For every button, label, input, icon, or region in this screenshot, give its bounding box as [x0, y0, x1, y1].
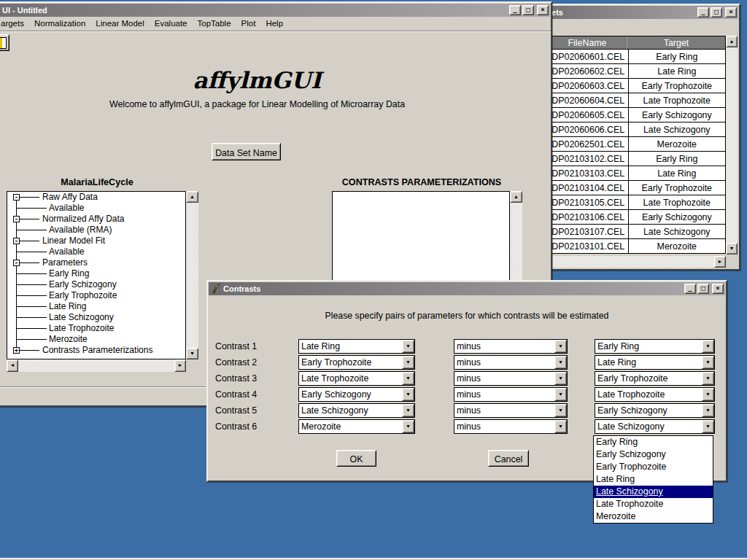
dropdown-arrow-icon[interactable]: ▼ [402, 372, 414, 385]
menu-item[interactable]: Evaluate [150, 18, 193, 30]
menu-item[interactable]: Linear Model [90, 18, 149, 30]
minimize-icon[interactable]: _ [684, 284, 696, 294]
tree-item[interactable]: Raw Affy Data [7, 192, 185, 203]
dropdown-option[interactable]: Late Ring [594, 473, 713, 486]
operator-dropdown[interactable]: minus ▼ [454, 387, 568, 402]
tree-item[interactable]: Early Ring [7, 268, 185, 279]
operator-dropdown[interactable]: minus ▼ [454, 339, 568, 354]
parameter2-dropdown[interactable]: Early Ring ▼ [595, 339, 715, 354]
table-row[interactable]: DP02103105.CEL Late Trophozoite [548, 195, 726, 210]
scrollbar-track[interactable] [538, 256, 714, 268]
parameter2-dropdown[interactable]: Early Schizogony ▼ [595, 403, 715, 418]
table-row[interactable]: DP02060601.CEL Early Ring [548, 50, 726, 64]
close-icon[interactable]: × [725, 7, 737, 18]
toolbar-open-button[interactable] [0, 34, 9, 51]
tree-item[interactable]: Merozoite [7, 334, 185, 345]
scrollbar-track[interactable] [726, 47, 738, 243]
scroll-down-icon[interactable]: ▼ [726, 243, 738, 254]
dropdown-arrow-icon[interactable]: ▼ [554, 356, 567, 369]
menu-item[interactable]: TopTable [193, 18, 236, 30]
dropdown-arrow-icon[interactable]: ▼ [702, 404, 714, 417]
dropdown-arrow-icon[interactable]: ▼ [554, 372, 567, 385]
table-row[interactable]: DP02060605.CEL Early Schizogony [548, 108, 726, 122]
main-titlebar[interactable]: UI - Untitled _ □ × [0, 4, 550, 17]
dropdown-arrow-icon[interactable]: ▼ [402, 356, 414, 369]
tree-item[interactable]: Available [7, 203, 185, 214]
tree-item[interactable]: Late Ring [7, 301, 185, 312]
dropdown-arrow-icon[interactable]: ▼ [554, 404, 567, 417]
table-row[interactable]: DP02103102.CEL Early Ring [548, 152, 726, 166]
operator-dropdown[interactable]: minus ▼ [454, 355, 568, 370]
parameter2-dropdown[interactable]: Late Trophozoite ▼ [595, 387, 715, 402]
maximize-icon[interactable]: □ [697, 284, 709, 294]
tree-horizontal-scrollbar[interactable]: ◄ ► [7, 359, 186, 372]
minimize-icon[interactable]: _ [697, 7, 709, 18]
cancel-button[interactable]: Cancel [488, 450, 529, 467]
data-set-name-button[interactable]: Data Set Name [212, 143, 281, 160]
menu-item[interactable]: argets [0, 18, 29, 30]
menu-item[interactable]: Help [260, 18, 288, 30]
dropdown-option[interactable]: Early Ring [594, 436, 713, 448]
dropdown-arrow-icon[interactable]: ▼ [554, 388, 567, 401]
scroll-up-icon[interactable]: ▲ [186, 191, 198, 203]
dropdown-arrow-icon[interactable]: ▼ [702, 388, 714, 401]
scroll-right-icon[interactable]: ► [714, 256, 726, 268]
dropdown-option[interactable]: Late Schizogony [594, 486, 713, 498]
table-row[interactable]: DP02060606.CEL Late Schizogony [548, 122, 726, 137]
maximize-icon[interactable]: □ [522, 5, 534, 15]
dropdown-arrow-icon[interactable]: ▼ [702, 340, 714, 353]
dropdown-arrow-icon[interactable]: ▼ [402, 420, 414, 433]
dropdown-arrow-icon[interactable]: ▼ [554, 420, 567, 433]
dropdown-option[interactable]: Merozoite [594, 510, 713, 523]
tree-item[interactable]: Linear Model Fit [7, 236, 185, 246]
parameter1-dropdown[interactable]: Merozoite ▼ [298, 419, 415, 434]
dropdown-option[interactable]: Late Trophozoite [594, 498, 713, 510]
scrollbar-track[interactable] [186, 203, 198, 348]
tree-item[interactable]: Parameters [7, 257, 185, 268]
tree-expander-icon[interactable] [13, 260, 20, 266]
minimize-icon[interactable]: _ [509, 5, 521, 15]
targets-horizontal-scrollbar[interactable]: ◄ ► [527, 256, 726, 268]
parameter2-dropdown[interactable]: Early Trophozoite ▼ [595, 371, 715, 386]
maximize-icon[interactable]: □ [711, 7, 722, 18]
parameter1-dropdown[interactable]: Late Schizogony ▼ [298, 403, 415, 418]
tree-view[interactable]: Raw Affy Data Available Normalized Affy … [7, 191, 186, 359]
scroll-right-icon[interactable]: ► [174, 359, 186, 372]
dropdown-arrow-icon[interactable]: ▼ [402, 388, 414, 401]
tree-expander-icon[interactable] [13, 238, 20, 244]
menu-item[interactable]: Plot [236, 18, 261, 30]
parameter1-dropdown[interactable]: Early Trophozoite ▼ [298, 355, 415, 370]
table-row[interactable]: DP02060602.CEL Late Ring [548, 64, 726, 79]
dropdown-arrow-icon[interactable]: ▼ [702, 356, 714, 369]
targets-titlebar[interactable]: Targets _ □ × [527, 6, 738, 19]
dropdown-arrow-icon[interactable]: ▼ [702, 372, 714, 385]
operator-dropdown[interactable]: minus ▼ [454, 403, 568, 418]
tree-item[interactable]: Late Trophozoite [7, 323, 185, 334]
table-row[interactable]: DP02062501.CEL Merozoite [548, 137, 726, 152]
table-row[interactable]: DP02103101.CEL Merozoite [548, 239, 726, 254]
operator-dropdown[interactable]: minus ▼ [454, 371, 568, 386]
table-row[interactable]: DP02060603.CEL Early Trophozoite [548, 79, 726, 93]
table-row[interactable]: DP02060604.CEL Late Trophozoite [548, 93, 726, 108]
parameter1-dropdown[interactable]: Early Schizogony ▼ [298, 387, 415, 402]
tree-expander-icon[interactable] [13, 216, 20, 222]
dropdown-option[interactable]: Early Schizogony [594, 448, 713, 461]
dropdown-arrow-icon[interactable]: ▼ [402, 340, 414, 353]
tree-item[interactable]: Available [7, 246, 185, 257]
operator-dropdown[interactable]: minus ▼ [454, 419, 568, 434]
dropdown-arrow-icon[interactable]: ▼ [554, 340, 567, 353]
scrollbar-track[interactable] [18, 359, 174, 372]
dropdown-arrow-icon[interactable]: ▼ [402, 404, 414, 417]
scroll-left-icon[interactable]: ◄ [7, 359, 18, 372]
close-icon[interactable]: × [537, 5, 549, 15]
table-row[interactable]: DP02103107.CEL Late Schizogony [548, 225, 726, 239]
parameter2-dropdown[interactable]: Late Ring ▼ [595, 355, 715, 370]
tree-vertical-scrollbar[interactable]: ▲ ▼ [186, 191, 198, 359]
tree-item[interactable]: Early Trophozoite [7, 290, 185, 301]
dropdown-arrow-icon[interactable]: ▼ [702, 420, 714, 433]
table-row[interactable]: DP02103104.CEL Early Trophozoite [548, 181, 726, 195]
tree-expander-icon[interactable] [13, 194, 20, 201]
contrasts-titlebar[interactable]: Contrasts _ □ × [209, 282, 725, 295]
table-row[interactable]: DP02103103.CEL Late Ring [548, 166, 726, 181]
scroll-up-icon[interactable]: ▲ [726, 36, 738, 47]
